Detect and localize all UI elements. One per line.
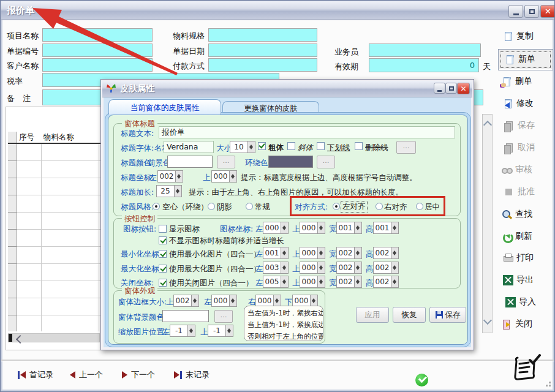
dialog-app-icon — [106, 83, 116, 94]
main-vscrollbar[interactable] — [482, 114, 493, 333]
toolbar-save-button: 保存 — [504, 120, 535, 131]
payment-input[interactable] — [208, 58, 317, 72]
dialog-titlebar[interactable] — [102, 81, 472, 97]
toolbar-modify-button[interactable]: 修改 — [503, 98, 534, 109]
dialog-close-icon: ✕ — [460, 85, 466, 93]
grid-hscroll-thumb[interactable] — [9, 334, 12, 342]
toolbar-refresh-button[interactable]: 刷新 — [502, 231, 532, 242]
field-label-docno: 单据编号 — [7, 46, 39, 57]
cancel-doc-icon — [504, 143, 515, 153]
minimize-button[interactable] — [508, 5, 523, 18]
magnifier-icon — [502, 209, 512, 220]
grid-header-seq[interactable]: 序号 — [19, 132, 34, 143]
toolbar-find-button[interactable]: 查找 — [502, 209, 532, 220]
dialog-minimize-icon — [437, 90, 442, 92]
grid-row-headers — [8, 144, 17, 331]
grid-header-material[interactable]: 物料名称 — [43, 132, 74, 143]
dialog-close-button[interactable]: ✕ — [457, 83, 470, 94]
dialog-maximize-button[interactable] — [445, 83, 457, 94]
minimize-icon — [513, 13, 519, 15]
toolbar-export-button[interactable]: 导出 — [503, 274, 534, 285]
modify-doc-icon — [503, 99, 513, 109]
approve-icon — [504, 187, 515, 197]
statusbar-divider — [1, 360, 555, 361]
nav-last-button[interactable]: 末记录 — [174, 369, 210, 380]
nav-prev-button[interactable]: 上一个 — [70, 369, 103, 380]
resize-grip[interactable] — [543, 379, 552, 388]
field-label-payment: 付款方式 — [173, 61, 205, 72]
field-label-remark: 备 注 — [7, 93, 31, 104]
main-window-title: 报价单 — [7, 5, 34, 17]
status-ok-icon — [415, 374, 428, 386]
signature-note-icon — [512, 353, 541, 383]
copy-doc-icon — [503, 31, 513, 42]
spec-input[interactable] — [208, 28, 317, 42]
docno-input[interactable] — [42, 43, 153, 57]
main-titlebar — [1, 1, 555, 20]
field-label-spec: 物料规格 — [173, 31, 205, 42]
nav-first-button[interactable]: 首记录 — [18, 369, 53, 380]
grid-corner-cell — [8, 132, 17, 144]
skin-dialog: 皮肤属性 ✕ 当前窗体的皮肤属性 更换窗体的皮肤 — [100, 79, 474, 350]
field-label-salesman: 业务员 — [334, 47, 358, 58]
save-doc-icon — [504, 121, 515, 131]
field-label-validity: 有效期 — [334, 61, 358, 72]
grid-vline-1 — [41, 144, 42, 331]
excel-import-icon — [505, 297, 516, 307]
printer-icon — [503, 253, 513, 263]
app-root: 报价单 ✕ 项目名称 单据编号 客户名称 税率 备 注 物料规格 单据日期 付款… — [0, 0, 555, 392]
tab-page — [108, 115, 468, 345]
field-label-date: 单据日期 — [173, 46, 205, 57]
toolbar-audit-button: 审核 — [502, 164, 532, 175]
field-label-customer: 客户名称 — [7, 61, 39, 72]
refresh-icon — [502, 232, 512, 242]
toolbar-import-button[interactable]: 导入 — [505, 296, 536, 307]
nav-next-button[interactable]: 下一个 — [122, 369, 155, 380]
validity-input[interactable]: 0 — [369, 58, 479, 72]
audit-icon — [502, 165, 512, 175]
toolbar-cancel-button: 取消 — [504, 142, 535, 153]
excel-export-icon — [503, 275, 513, 285]
maximize-button[interactable] — [524, 5, 539, 18]
toolbar-new-button[interactable]: 新单 — [498, 49, 553, 70]
toolbar-approve-button: 批准 — [504, 186, 535, 197]
dialog-maximize-icon — [449, 86, 454, 91]
toolbar-print-button[interactable]: 打印 — [503, 252, 534, 263]
customer-input[interactable] — [42, 58, 153, 72]
toolbar-copy-button[interactable]: 复制 — [503, 31, 534, 42]
toolbar-delete-button[interactable]: 删单 — [502, 76, 532, 87]
toolbar-close-button[interactable]: 关闭 — [502, 318, 532, 330]
validity-unit-label: 天 — [483, 61, 491, 72]
tab-current-skin[interactable]: 当前窗体的皮肤属性 — [108, 99, 221, 115]
delete-hand-icon — [502, 77, 512, 87]
field-label-project: 项目名称 — [7, 31, 39, 42]
salesman-input[interactable] — [369, 43, 481, 57]
date-input[interactable] — [208, 43, 317, 57]
prev-record-icon — [70, 371, 75, 379]
new-doc-icon — [505, 55, 515, 65]
door-exit-icon — [502, 319, 512, 330]
close-icon: ✕ — [545, 7, 551, 16]
field-label-taxrate: 税率 — [7, 76, 23, 87]
project-input[interactable] — [42, 28, 153, 42]
next-record-icon — [122, 371, 127, 379]
last-record-icon — [174, 371, 182, 379]
first-record-icon — [18, 371, 26, 379]
dialog-title: 皮肤属性 — [120, 83, 154, 94]
dialog-minimize-button[interactable] — [434, 83, 445, 94]
grid-vline-2 — [99, 144, 99, 331]
close-button[interactable]: ✕ — [540, 5, 555, 18]
maximize-icon — [529, 9, 535, 14]
